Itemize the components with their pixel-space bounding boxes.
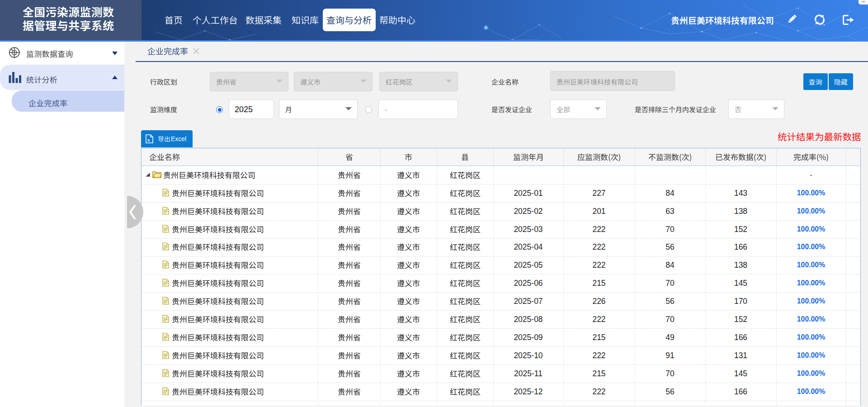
svg-text:x: x <box>147 137 150 142</box>
